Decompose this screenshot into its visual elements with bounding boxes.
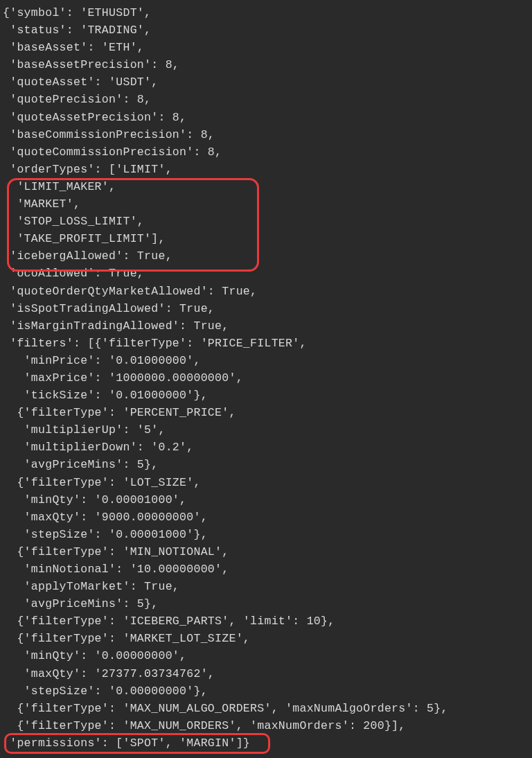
highlight-permissions xyxy=(4,733,270,754)
highlight-order-types xyxy=(7,178,259,272)
code-block: {'symbol': 'ETHUSDT', 'status': 'TRADING… xyxy=(0,0,448,752)
code-output-container: {'symbol': 'ETHUSDT', 'status': 'TRADING… xyxy=(0,0,532,758)
